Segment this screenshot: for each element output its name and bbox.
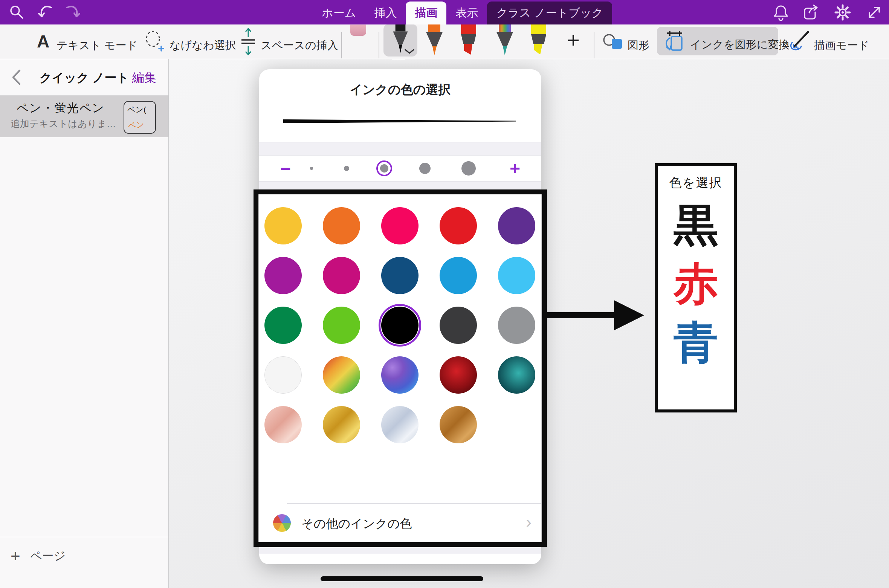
tab-insert[interactable]: 挿入 — [365, 2, 406, 24]
search-icon[interactable] — [8, 4, 26, 21]
insert-space-label[interactable]: スペースの挿入 — [261, 38, 338, 53]
size-decrease-button[interactable]: − — [280, 156, 291, 181]
add-page-label: ページ — [30, 548, 66, 564]
ink-annotation-arrow — [546, 298, 645, 332]
shapes-label[interactable]: 図形 — [628, 38, 649, 53]
tab-class-notebook[interactable]: クラス ノートブック — [487, 2, 612, 24]
insert-space-icon[interactable] — [240, 27, 257, 57]
convert-ink-icon — [662, 30, 686, 54]
section-band — [259, 142, 541, 156]
size-increase-button[interactable]: + — [510, 156, 520, 181]
selected-pen-black[interactable] — [383, 24, 417, 57]
plus-icon: + — [11, 548, 20, 564]
notifications-bell-icon[interactable] — [772, 4, 790, 21]
text-mode-label[interactable]: テキスト モード — [57, 38, 137, 53]
size-dot[interactable] — [310, 167, 313, 170]
page-list-item-selected[interactable]: ペン・蛍光ペン 追加テキストはありま… ペン( ペン — [0, 96, 168, 137]
lasso-select-icon[interactable] — [145, 30, 164, 55]
thumbnail-ink-line2: ペン — [128, 119, 145, 131]
lasso-select-label[interactable]: なげなわ選択 — [170, 38, 236, 53]
ribbon-divider — [594, 32, 594, 58]
ribbon-divider — [341, 32, 342, 58]
tab-home[interactable]: ホーム — [313, 2, 365, 24]
draw-ribbon: A テキスト モード なげなわ選択 スペースの挿入 — [0, 24, 889, 59]
add-pen-button[interactable]: + — [564, 27, 583, 52]
popup-title: インクの色の選択 — [259, 81, 541, 98]
edit-button[interactable]: 編集 — [132, 70, 156, 86]
draw-mode-label[interactable]: 描画モード — [814, 38, 869, 53]
chevron-down-icon — [405, 49, 414, 54]
size-dot[interactable] — [461, 161, 476, 176]
settings-gear-icon[interactable] — [834, 4, 851, 21]
page-thumbnail: ペン( ペン — [124, 101, 156, 134]
divider — [259, 105, 541, 105]
size-dots — [310, 156, 476, 181]
page-list-sidebar: クイック ノート 編集 ペン・蛍光ペン 追加テキストはありま… ペン( ペン +… — [0, 59, 169, 588]
eraser-tool[interactable] — [350, 24, 366, 47]
stroke-preview — [283, 118, 516, 124]
ink-annotation-rectangle — [254, 189, 547, 547]
pen-galaxy[interactable] — [495, 24, 515, 57]
share-icon[interactable] — [802, 4, 820, 21]
ink-stroke-line — [321, 576, 483, 581]
pen-size-row: − + — [259, 156, 541, 181]
ribbon-tabs: ホーム 挿入 描画 表示 クラス ノートブック — [313, 0, 612, 24]
size-dot[interactable] — [419, 163, 431, 174]
section-band — [259, 548, 541, 554]
highlighter-yellow[interactable] — [529, 24, 548, 57]
sidebar-footer: + ページ — [0, 537, 168, 588]
ink-annotation-box: 色を選択 黒 赤 青 — [655, 163, 737, 412]
shapes-icon[interactable] — [603, 33, 624, 52]
ink-word-black: 黒 — [674, 202, 718, 249]
pen-orange[interactable] — [425, 24, 444, 57]
thumbnail-ink-line1: ペン( — [127, 104, 146, 115]
size-dot[interactable] — [380, 164, 388, 173]
ink-word-red: 赤 — [674, 261, 718, 307]
text-mode-icon[interactable]: A — [37, 31, 49, 52]
draw-mode-icon[interactable] — [789, 30, 810, 54]
page-item-title: ペン・蛍光ペン — [17, 100, 105, 116]
tab-view[interactable]: 表示 — [446, 2, 487, 24]
size-dot[interactable] — [344, 166, 349, 171]
undo-icon[interactable] — [37, 4, 54, 21]
convert-ink-to-shape-button[interactable]: インクを図形に変換 — [657, 27, 778, 55]
annotation-box-title: 色を選択 — [658, 174, 734, 191]
ink-words: 黒 赤 青 — [658, 202, 734, 366]
tab-draw[interactable]: 描画 — [406, 2, 446, 24]
onenote-app: ホーム 挿入 描画 表示 クラス ノートブック A テキスト モード なげなわ選… — [0, 0, 889, 588]
add-page-button[interactable]: + ページ — [11, 548, 66, 564]
ink-word-blue: 青 — [674, 319, 718, 366]
app-bar: ホーム 挿入 描画 表示 クラス ノートブック — [0, 0, 889, 24]
sidebar-header: クイック ノート 編集 — [0, 59, 168, 96]
page-item-subtitle: 追加テキストはありま… — [11, 118, 116, 130]
redo-icon[interactable] — [64, 4, 81, 21]
fullscreen-expand-icon[interactable] — [866, 4, 883, 21]
convert-ink-label: インクを図形に変換 — [690, 37, 790, 52]
ribbon-divider — [379, 32, 379, 58]
highlighter-red[interactable] — [459, 24, 478, 57]
